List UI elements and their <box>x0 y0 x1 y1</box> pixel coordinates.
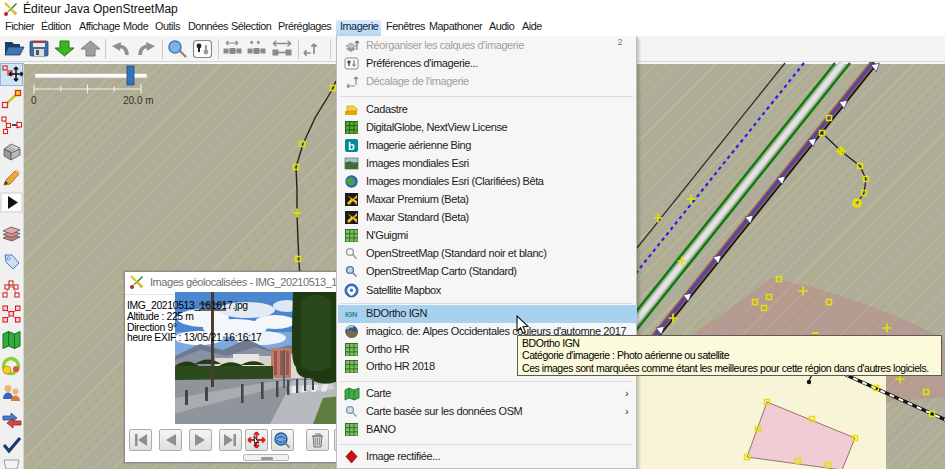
svg-text:b: b <box>348 140 355 152</box>
svg-text:0: 0 <box>31 95 37 106</box>
svg-text:IGN: IGN <box>345 310 357 319</box>
svg-text:20.0 m: 20.0 m <box>123 95 154 106</box>
